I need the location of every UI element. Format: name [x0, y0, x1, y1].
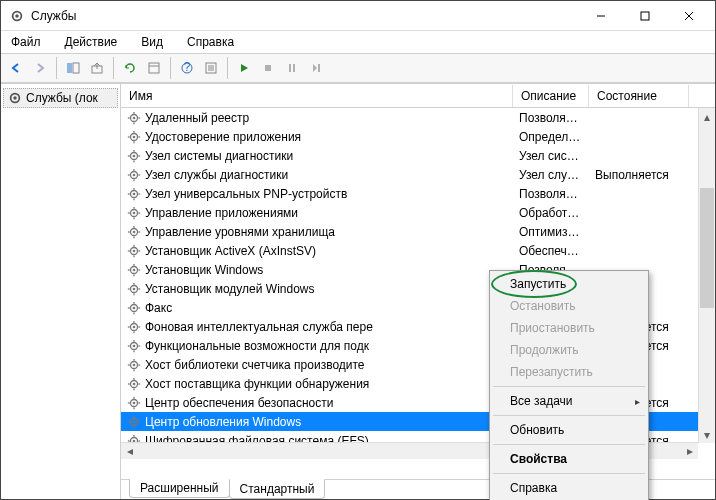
- gear-icon: [127, 415, 141, 429]
- gear-icon: [127, 396, 141, 410]
- service-name-cell: Узел системы диагностики: [121, 149, 513, 163]
- scroll-left-arrow[interactable]: ◂: [121, 443, 138, 460]
- service-desc-cell: Позволяет…: [513, 111, 589, 125]
- export-list-button[interactable]: [143, 57, 165, 79]
- service-name-cell: Центр обновления Windows: [121, 415, 513, 429]
- service-desc-cell: Узел служ…: [513, 168, 589, 182]
- service-name: Узел службы диагностики: [145, 168, 288, 182]
- service-name: Узел системы диагностики: [145, 149, 293, 163]
- service-row[interactable]: Удаленный реестрПозволяет…: [121, 108, 715, 127]
- restart-service-button[interactable]: [305, 57, 327, 79]
- main-body: Службы (лок Имя Описание Состояние Удале…: [1, 83, 715, 499]
- service-name: Центр обновления Windows: [145, 415, 301, 429]
- tab-extended[interactable]: Расширенный: [129, 479, 230, 498]
- service-name-cell: Функциональные возможности для подк: [121, 339, 513, 353]
- minimize-button[interactable]: [579, 1, 623, 30]
- vertical-scrollbar[interactable]: ▴ ▾: [698, 108, 715, 443]
- menu-action[interactable]: Действие: [59, 33, 124, 51]
- svg-point-22: [13, 96, 17, 100]
- stop-service-button[interactable]: [257, 57, 279, 79]
- window-title: Службы: [31, 9, 579, 23]
- maximize-button[interactable]: [623, 1, 667, 30]
- ctx-start[interactable]: Запустить: [492, 273, 646, 295]
- service-name-cell: Узел универсальных PNP-устройств: [121, 187, 513, 201]
- svg-point-30: [133, 135, 136, 138]
- service-name: Центр обеспечения безопасности: [145, 396, 334, 410]
- submenu-arrow-icon: ▸: [635, 396, 640, 407]
- start-service-button[interactable]: [233, 57, 255, 79]
- ctx-refresh[interactable]: Обновить: [492, 419, 646, 441]
- service-row[interactable]: Узел системы диагностикиУзел сист…: [121, 146, 715, 165]
- service-name: Установщик Windows: [145, 263, 263, 277]
- menu-view[interactable]: Вид: [135, 33, 169, 51]
- scroll-up-arrow[interactable]: ▴: [699, 108, 715, 125]
- forward-button[interactable]: [29, 57, 51, 79]
- right-pane: Имя Описание Состояние Удаленный реестрП…: [121, 84, 715, 499]
- svg-point-96: [133, 344, 136, 347]
- gear-icon: [127, 244, 141, 258]
- service-row[interactable]: Установщик ActiveX (AxInstSV)Обеспечи…: [121, 241, 715, 260]
- gear-icon: [127, 358, 141, 372]
- scroll-thumb[interactable]: [700, 188, 714, 308]
- service-name-cell: Установщик модулей Windows: [121, 282, 513, 296]
- ctx-resume: Продолжить: [492, 339, 646, 361]
- service-state-cell: Выполняется: [589, 168, 689, 182]
- menu-file[interactable]: Файл: [5, 33, 47, 51]
- ctx-stop: Остановить: [492, 295, 646, 317]
- service-name: Управление уровнями хранилища: [145, 225, 335, 239]
- ctx-help[interactable]: Справка: [492, 477, 646, 499]
- close-button[interactable]: [667, 1, 711, 30]
- svg-rect-7: [73, 63, 79, 73]
- back-button[interactable]: [5, 57, 27, 79]
- svg-point-78: [133, 287, 136, 290]
- help-button[interactable]: ?: [176, 57, 198, 79]
- svg-point-114: [133, 401, 136, 404]
- svg-point-108: [133, 382, 136, 385]
- toolbar-separator: [170, 57, 171, 79]
- svg-point-66: [133, 249, 136, 252]
- toolbar-separator: [113, 57, 114, 79]
- context-menu: Запустить Остановить Приостановить Продо…: [489, 270, 649, 500]
- pause-service-button[interactable]: [281, 57, 303, 79]
- tab-standard[interactable]: Стандартный: [229, 479, 326, 499]
- ctx-all-tasks[interactable]: Все задачи▸: [492, 390, 646, 412]
- svg-rect-17: [265, 65, 271, 71]
- menubar: Файл Действие Вид Справка: [1, 31, 715, 53]
- titlebar: Службы: [1, 1, 715, 31]
- show-hide-tree-button[interactable]: [62, 57, 84, 79]
- service-name: Удаленный реестр: [145, 111, 249, 125]
- service-name-cell: Хост поставщика функции обнаружения: [121, 377, 513, 391]
- service-row[interactable]: Удостоверение приложенияОпределя…: [121, 127, 715, 146]
- gear-icon: [127, 263, 141, 277]
- export-button[interactable]: [86, 57, 108, 79]
- list-header: Имя Описание Состояние: [121, 84, 715, 108]
- svg-rect-20: [318, 64, 320, 72]
- service-name-cell: Хост библиотеки счетчика производите: [121, 358, 513, 372]
- service-name: Хост поставщика функции обнаружения: [145, 377, 369, 391]
- service-row[interactable]: Управление уровнями хранилищаОптимизи…: [121, 222, 715, 241]
- service-name-cell: Факс: [121, 301, 513, 315]
- svg-rect-6: [67, 63, 72, 73]
- service-row[interactable]: Узел универсальных PNP-устройствПозволяе…: [121, 184, 715, 203]
- ctx-properties[interactable]: Свойства: [492, 448, 646, 470]
- service-name: Узел универсальных PNP-устройств: [145, 187, 347, 201]
- column-description[interactable]: Описание: [513, 85, 589, 107]
- svg-point-54: [133, 211, 136, 214]
- tree-services-root[interactable]: Службы (лок: [3, 88, 118, 108]
- properties-button[interactable]: [200, 57, 222, 79]
- service-row[interactable]: Узел службы диагностикиУзел служ…Выполня…: [121, 165, 715, 184]
- left-pane: Службы (лок: [1, 84, 121, 499]
- svg-point-102: [133, 363, 136, 366]
- svg-text:?: ?: [184, 61, 191, 74]
- scroll-right-arrow[interactable]: ▸: [681, 443, 698, 460]
- services-icon: [9, 8, 25, 24]
- ctx-all-tasks-label: Все задачи: [510, 394, 573, 408]
- refresh-button[interactable]: [119, 57, 141, 79]
- svg-point-1: [15, 14, 19, 18]
- menu-help[interactable]: Справка: [181, 33, 240, 51]
- service-row[interactable]: Управление приложениямиОбработк…: [121, 203, 715, 222]
- services-window: Службы Файл Действие Вид Справка ?: [0, 0, 716, 500]
- scroll-down-arrow[interactable]: ▾: [699, 426, 715, 443]
- column-name[interactable]: Имя: [121, 85, 513, 107]
- column-state[interactable]: Состояние: [589, 85, 689, 107]
